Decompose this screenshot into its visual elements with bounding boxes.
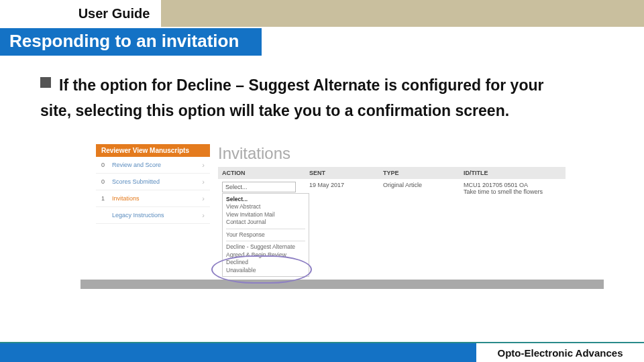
square-bullet-icon [40, 77, 51, 88]
body-line2: site, selecting this option will take yo… [40, 99, 509, 124]
action-select[interactable]: Select... [222, 182, 296, 192]
embedded-screenshot: Reviewer View Manuscripts 0 Review and S… [96, 144, 566, 280]
ss-side-item-scores[interactable]: 0 Scores Submitted › [96, 174, 210, 190]
ss-sidebar-header: Reviewer View Manuscripts [96, 144, 210, 157]
row-type: Original Article [379, 179, 460, 280]
footer: Opto-Electronic Advances [0, 342, 644, 362]
chevron-right-icon: › [202, 161, 205, 169]
top-left-spacer [0, 0, 67, 27]
ss-side-item-legacy[interactable]: Legacy Instructions › [96, 207, 210, 224]
top-band: User Guide [0, 0, 644, 27]
row-id: MCU1 201705 0501 OA Take time to smell t… [460, 179, 566, 280]
chevron-right-icon: › [202, 178, 205, 186]
ss-side-item-review[interactable]: 0 Review and Score › [96, 157, 210, 174]
ss-table-header: ACTION SENT TYPE ID/TITLE [218, 167, 566, 179]
ss-sidebar: Reviewer View Manuscripts 0 Review and S… [96, 144, 210, 280]
col-type: TYPE [379, 167, 460, 179]
col-action: ACTION [218, 167, 305, 179]
col-sent: SENT [305, 167, 379, 179]
row-sent: 19 May 2017 [305, 179, 379, 280]
chevron-right-icon: › [202, 194, 205, 202]
footer-left [0, 343, 476, 362]
body-text: If the option for Decline – Suggest Alte… [59, 73, 543, 124]
gray-divider-bar [80, 280, 604, 289]
guide-label: User Guide [67, 0, 161, 27]
section-title: Responding to an invitation [0, 28, 262, 56]
highlight-ellipse-icon [211, 255, 312, 284]
body: If the option for Decline – Suggest Alte… [0, 56, 644, 280]
footer-journal: Opto-Electronic Advances [476, 343, 644, 362]
top-right-band [161, 0, 644, 27]
body-line1: If the option for Decline – Suggest Alte… [59, 76, 543, 94]
ss-main-title: Invitations [218, 144, 566, 163]
chevron-right-icon: › [202, 211, 205, 219]
col-id: ID/TITLE [460, 167, 566, 179]
ss-side-item-invitations[interactable]: 1 Invitations › [96, 190, 210, 207]
